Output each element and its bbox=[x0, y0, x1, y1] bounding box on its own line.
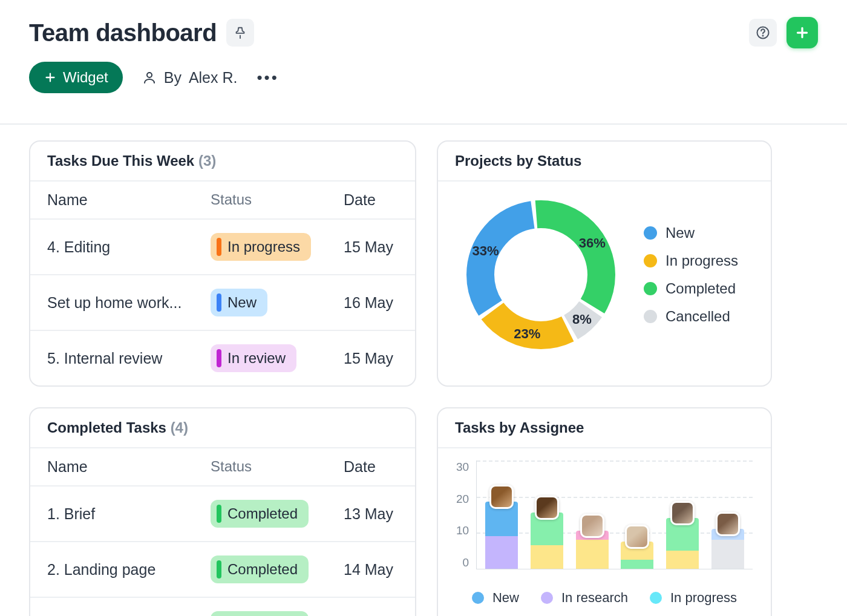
legend-item: In research bbox=[541, 590, 628, 606]
card-count: (4) bbox=[171, 419, 188, 436]
task-date: 15 May bbox=[344, 238, 398, 256]
table-row[interactable]: 4. EditingIn progress15 May bbox=[30, 220, 415, 275]
donut-slice-label: 8% bbox=[566, 312, 598, 327]
donut-slice-label: 36% bbox=[577, 235, 608, 251]
donut-chart: 36%8%23%33% bbox=[462, 196, 620, 353]
col-date: Date bbox=[344, 191, 398, 209]
task-status: In review bbox=[211, 344, 344, 372]
bar-column bbox=[485, 502, 518, 569]
task-name: 5. Internal review bbox=[47, 350, 211, 367]
task-status: Completed bbox=[211, 555, 344, 583]
task-date: 14 May bbox=[344, 561, 398, 578]
legend-item: In progress bbox=[650, 590, 737, 606]
card-count: (3) bbox=[198, 152, 216, 169]
task-status: In progress bbox=[211, 233, 344, 261]
col-status: Status bbox=[211, 458, 344, 476]
task-date: 15 May bbox=[344, 350, 398, 367]
assignee-avatar[interactable] bbox=[535, 496, 559, 520]
author-prefix: By bbox=[164, 69, 182, 87]
page-title: Team dashboard bbox=[29, 19, 217, 47]
legend-item: New bbox=[644, 224, 738, 241]
legend-item: Cancelled bbox=[644, 308, 738, 325]
assignee-avatar[interactable] bbox=[716, 512, 740, 536]
assignee-avatar[interactable] bbox=[625, 525, 649, 549]
card-tasks-assignee[interactable]: Tasks by Assignee 3020100 NewIn research… bbox=[437, 407, 772, 616]
card-title: Projects by Status bbox=[455, 152, 581, 169]
col-status: Status bbox=[211, 191, 344, 209]
table-row[interactable]: 2. Landing pageCompleted14 May bbox=[30, 542, 415, 598]
donut-slice-label: 23% bbox=[511, 326, 543, 342]
page-header: Team dashboard Widget By bbox=[0, 0, 847, 106]
assignee-avatar[interactable] bbox=[580, 514, 604, 538]
task-name: 2. Landing page bbox=[47, 561, 211, 578]
task-status: Completed bbox=[211, 500, 344, 528]
author-chip[interactable]: By Alex R. bbox=[142, 69, 238, 87]
legend-item: Completed bbox=[644, 280, 738, 297]
plus-icon bbox=[44, 71, 57, 84]
task-date: 13 May bbox=[344, 505, 398, 523]
bar-legend: NewIn researchIn progress bbox=[456, 590, 753, 606]
col-date: Date bbox=[344, 458, 398, 476]
card-title: Tasks Due This Week bbox=[47, 152, 194, 169]
table-row[interactable]: Set up home work...New16 May bbox=[30, 275, 415, 331]
task-name: 1. Brief bbox=[47, 505, 211, 523]
card-completed-tasks[interactable]: Completed Tasks (4) Name Status Date 1. … bbox=[29, 407, 416, 616]
table-row[interactable]: ReserveCompleted14 May bbox=[30, 598, 415, 616]
task-status: New bbox=[211, 289, 344, 316]
table-row[interactable]: 5. Internal reviewIn review15 May bbox=[30, 331, 415, 385]
col-name: Name bbox=[47, 458, 211, 476]
add-widget-label: Widget bbox=[63, 69, 108, 86]
table-header: Name Status Date bbox=[30, 182, 415, 220]
bar-column bbox=[531, 513, 563, 569]
author-name: Alex R. bbox=[189, 69, 238, 87]
assignee-avatar[interactable] bbox=[489, 485, 514, 509]
donut-legend: NewIn progressCompletedCancelled bbox=[644, 224, 738, 325]
col-name: Name bbox=[47, 191, 211, 209]
pin-icon bbox=[234, 26, 247, 39]
donut-slice-label: 33% bbox=[470, 243, 502, 259]
pin-button[interactable] bbox=[226, 19, 254, 47]
task-date: 16 May bbox=[344, 294, 398, 312]
card-title: Tasks by Assignee bbox=[455, 419, 584, 436]
svg-point-1 bbox=[762, 35, 763, 36]
help-button[interactable] bbox=[749, 19, 777, 47]
bar-column bbox=[621, 542, 653, 569]
bar-column bbox=[666, 518, 699, 569]
card-tasks-due[interactable]: Tasks Due This Week (3) Name Status Date… bbox=[29, 140, 416, 387]
plus-icon bbox=[794, 25, 810, 41]
legend-item: New bbox=[472, 590, 519, 606]
y-axis: 3020100 bbox=[456, 460, 476, 569]
bar-column bbox=[576, 531, 609, 569]
card-projects-status[interactable]: Projects by Status 36%8%23%33% NewIn pro… bbox=[437, 140, 772, 387]
add-button[interactable] bbox=[786, 17, 818, 48]
legend-item: In progress bbox=[644, 252, 738, 269]
more-icon: ••• bbox=[257, 68, 278, 87]
card-title: Completed Tasks bbox=[47, 419, 166, 436]
task-name: 4. Editing bbox=[47, 238, 211, 256]
help-icon bbox=[756, 25, 770, 40]
bar-plot bbox=[476, 460, 753, 569]
task-name: Set up home work... bbox=[47, 294, 211, 312]
table-header: Name Status Date bbox=[30, 448, 415, 487]
person-icon bbox=[142, 70, 157, 85]
assignee-avatar[interactable] bbox=[670, 501, 695, 525]
table-row[interactable]: 1. BriefCompleted13 May bbox=[30, 487, 415, 542]
more-menu-button[interactable]: ••• bbox=[257, 68, 278, 87]
dashboard-grid: Tasks Due This Week (3) Name Status Date… bbox=[0, 125, 847, 616]
bar-column bbox=[711, 529, 744, 569]
task-status: Completed bbox=[211, 611, 344, 616]
add-widget-button[interactable]: Widget bbox=[29, 62, 123, 93]
svg-point-2 bbox=[147, 73, 152, 77]
